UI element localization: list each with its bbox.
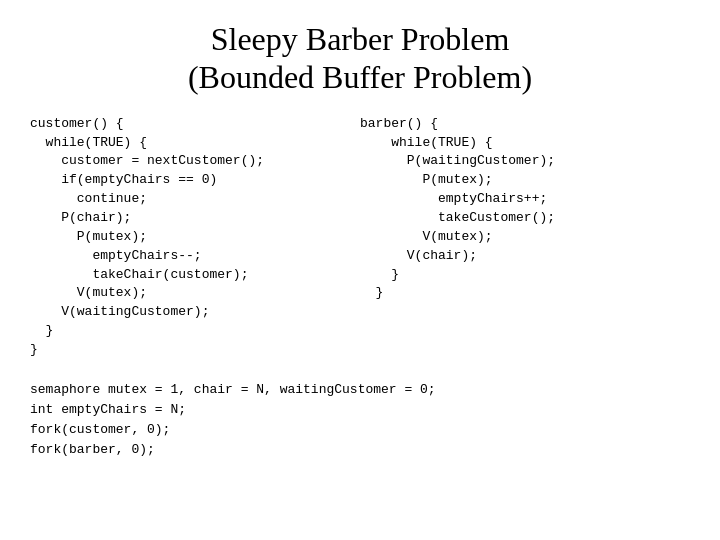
- page-title: Sleepy Barber Problem (Bounded Buffer Pr…: [188, 20, 532, 97]
- customer-code-block: customer() { while(TRUE) { customer = ne…: [30, 115, 360, 360]
- title-line2: (Bounded Buffer Problem): [188, 59, 532, 95]
- code-section: customer() { while(TRUE) { customer = ne…: [30, 115, 690, 360]
- barber-code-block: barber() { while(TRUE) { P(waitingCustom…: [360, 115, 690, 360]
- page: Sleepy Barber Problem (Bounded Buffer Pr…: [0, 0, 720, 540]
- title-line1: Sleepy Barber Problem: [211, 21, 510, 57]
- semaphore-code-block: semaphore mutex = 1, chair = N, waitingC…: [30, 380, 690, 461]
